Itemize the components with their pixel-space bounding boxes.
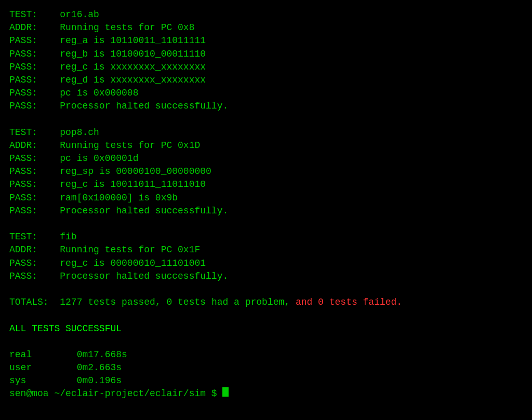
terminal-output: TEST: or16.ab ADDR: Running tests for PC…	[9, 8, 523, 401]
label: PASS:	[9, 61, 37, 74]
label: PASS:	[9, 48, 37, 61]
totals-label: TOTALS:	[9, 296, 49, 309]
terminal-line: PASS: reg_c is 00000010_11101001	[9, 257, 523, 270]
timing-real-value: 0m17.668s	[32, 348, 127, 361]
label: ADDR:	[9, 139, 37, 152]
content: fib	[37, 231, 77, 243]
content: Processor halted successfully.	[37, 270, 228, 283]
prompt-line: sen@moa ~/eclair-project/eclair/sim $	[9, 387, 523, 400]
content: Running tests for PC 0x1D	[37, 139, 200, 152]
terminal-line: PASS: reg_c is xxxxxxxx_xxxxxxxx	[9, 61, 523, 74]
terminal-line: PASS: pc is 0x000008	[9, 87, 523, 100]
terminal-line: PASS: reg_d is xxxxxxxx_xxxxxxxx	[9, 74, 523, 87]
label: ADDR:	[9, 21, 37, 34]
label: PASS:	[9, 257, 37, 270]
label: PASS:	[9, 34, 37, 47]
totals-line: TOTALS: 1277 tests passed, 0 tests had a…	[9, 296, 523, 309]
totals-green-part: 1277 tests passed, 0 tests had a problem…	[49, 296, 290, 309]
terminal-line: TEST: pop8.ch	[9, 126, 523, 139]
label: TEST:	[9, 231, 37, 243]
content: Running tests for PC 0x8	[37, 21, 194, 34]
content: reg_sp is 00000100_00000000	[37, 165, 211, 178]
label: PASS:	[9, 87, 37, 100]
all-tests-line: ALL TESTS SUCCESSFUL	[9, 322, 523, 335]
timing-user-value: 0m2.663s	[32, 361, 122, 374]
spacer	[9, 309, 523, 322]
timing-real: real 0m17.668s	[9, 348, 523, 361]
terminal-line: TEST: fib	[9, 231, 523, 243]
content: reg_d is xxxxxxxx_xxxxxxxx	[37, 74, 206, 87]
content: reg_a is 10110011_11011111	[37, 34, 206, 47]
label: PASS:	[9, 152, 37, 165]
label: PASS:	[9, 270, 37, 283]
terminal-line: PASS: Processor halted successfully.	[9, 270, 523, 283]
content: ram[0x100000] is 0x9b	[37, 192, 178, 205]
timing-sys: sys 0m0.196s	[9, 374, 523, 387]
terminal-line: PASS: ram[0x100000] is 0x9b	[9, 192, 523, 205]
content: reg_b is 10100010_00011110	[37, 48, 206, 61]
label: ADDR:	[9, 243, 37, 256]
terminal-line: PASS: Processor halted successfully.	[9, 100, 523, 113]
spacer	[9, 113, 523, 126]
terminal-line: PASS: pc is 0x00001d	[9, 152, 523, 165]
terminal-line: PASS: reg_a is 10110011_11011111	[9, 34, 523, 47]
cursor	[222, 387, 229, 397]
label: TEST:	[9, 8, 37, 21]
timing-sys-value: 0m0.196s	[26, 374, 122, 387]
prompt-dollar	[217, 387, 223, 400]
content: reg_c is 10011011_11011010	[37, 178, 206, 191]
totals-red-part: and 0 tests failed.	[290, 296, 402, 309]
content: Running tests for PC 0x1F	[37, 243, 200, 256]
spacer	[9, 283, 523, 296]
content: pop8.ch	[37, 126, 99, 139]
spacer	[9, 218, 523, 231]
content: or16.ab	[37, 8, 99, 21]
timing-user: user 0m2.663s	[9, 361, 523, 374]
prompt-text: sen@moa ~/eclair-project/eclair/sim $	[9, 387, 217, 400]
terminal-line: PASS: reg_b is 10100010_00011110	[9, 48, 523, 61]
timing-real-label: real	[9, 348, 32, 361]
content: pc is 0x000008	[37, 87, 138, 100]
all-tests-text: ALL TESTS SUCCESSFUL	[9, 322, 122, 335]
timing-sys-label: sys	[9, 374, 26, 387]
terminal-line: PASS: reg_c is 10011011_11011010	[9, 178, 523, 191]
label: PASS:	[9, 100, 37, 113]
spacer	[9, 335, 523, 348]
content: Processor halted successfully.	[37, 100, 228, 113]
content: pc is 0x00001d	[37, 152, 138, 165]
label: PASS:	[9, 192, 37, 205]
terminal-line: ADDR: Running tests for PC 0x1F	[9, 243, 523, 256]
terminal-line: ADDR: Running tests for PC 0x8	[9, 21, 523, 34]
content: reg_c is xxxxxxxx_xxxxxxxx	[37, 61, 206, 74]
timing-user-label: user	[9, 361, 32, 374]
label: TEST:	[9, 126, 37, 139]
terminal-line: PASS: reg_sp is 00000100_00000000	[9, 165, 523, 178]
label: PASS:	[9, 205, 37, 218]
content: Processor halted successfully.	[37, 205, 228, 218]
terminal-line: TEST: or16.ab	[9, 8, 523, 21]
terminal-line: ADDR: Running tests for PC 0x1D	[9, 139, 523, 152]
label: PASS:	[9, 74, 37, 87]
label: PASS:	[9, 165, 37, 178]
content: reg_c is 00000010_11101001	[37, 257, 206, 270]
terminal-line: PASS: Processor halted successfully.	[9, 205, 523, 218]
label: PASS:	[9, 178, 37, 191]
